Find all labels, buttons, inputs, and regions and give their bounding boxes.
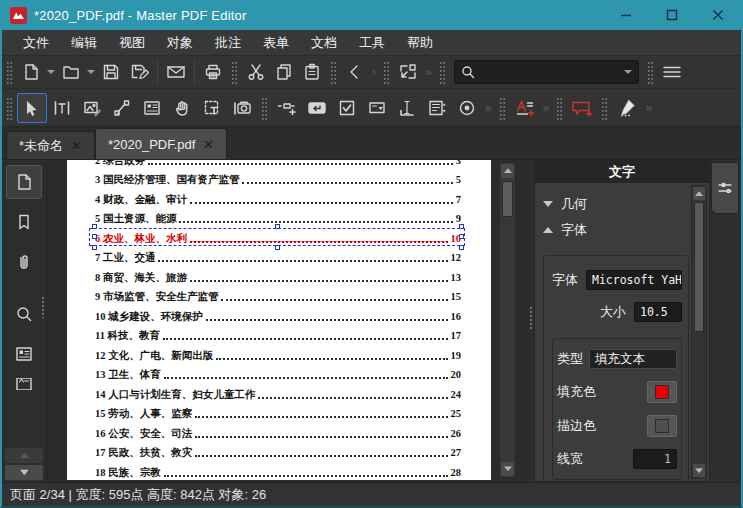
- panel-scrollbar-thumb[interactable]: [694, 202, 704, 332]
- selection-handle[interactable]: [459, 224, 464, 229]
- toolbar-grip[interactable]: [647, 60, 654, 84]
- toolbar-grip[interactable]: [383, 60, 390, 84]
- menu-tools[interactable]: 工具: [348, 30, 396, 55]
- toolbar-grip[interactable]: [439, 60, 446, 84]
- toc-row[interactable]: 11 科技、教育17: [95, 325, 461, 345]
- search-input[interactable]: [479, 65, 624, 79]
- email-button[interactable]: [162, 59, 190, 85]
- panel-scroll-up-arrow[interactable]: ▲: [693, 187, 705, 200]
- toc-row[interactable]: 3 国民经济管理、国有资产监管5: [95, 169, 461, 189]
- forward-button[interactable]: ›: [369, 65, 379, 79]
- menu-object[interactable]: 对象: [156, 30, 204, 55]
- section-font[interactable]: 字体: [543, 217, 689, 243]
- tab-close-icon[interactable]: ✕: [70, 138, 83, 153]
- attachments-button[interactable]: [6, 245, 42, 279]
- tab-close-icon[interactable]: ✕: [202, 137, 215, 152]
- add-callout-tool[interactable]: [567, 93, 597, 123]
- edit-path-tool[interactable]: [107, 93, 137, 123]
- new-document-dropdown[interactable]: [45, 59, 57, 85]
- toc-row[interactable]: 13 卫生、体育20: [95, 364, 461, 384]
- document-scrollbar[interactable]: ▲ ▼: [499, 162, 516, 478]
- toc-row[interactable]: 9 市场监管、安全生产监管15: [95, 286, 461, 306]
- document-view[interactable]: 2 综合政务3 3 国民经济管理、国有资产监管5 4 财政、金融、审计7 5 国…: [47, 160, 529, 482]
- fill-color-button[interactable]: [647, 381, 677, 403]
- panel-scroll-down-arrow[interactable]: ▼: [693, 464, 705, 477]
- radio-field-tool[interactable]: [452, 93, 482, 123]
- button-field-tool[interactable]: [302, 93, 332, 123]
- toc-row[interactable]: 8 商贸、海关、旅游13: [95, 266, 461, 286]
- text-field-tool[interactable]: [392, 93, 422, 123]
- scroll-down-arrow[interactable]: ▼: [501, 462, 514, 476]
- hand-tool[interactable]: [167, 93, 197, 123]
- tab-untitled[interactable]: *未命名 ✕: [6, 131, 95, 159]
- minimize-button[interactable]: [603, 0, 649, 30]
- menu-help[interactable]: 帮助: [396, 30, 444, 55]
- font-size-field[interactable]: 10.5: [634, 302, 682, 322]
- type-select[interactable]: 填充文本: [589, 349, 677, 369]
- snapshot-tool[interactable]: [227, 93, 257, 123]
- section-geometry[interactable]: 几何: [543, 191, 689, 217]
- save-button[interactable]: [97, 59, 125, 85]
- new-document-button[interactable]: [17, 59, 45, 85]
- menu-document[interactable]: 文档: [300, 30, 348, 55]
- edit-image-tool[interactable]: [77, 93, 107, 123]
- toolbar-grip[interactable]: [330, 60, 337, 84]
- back-button[interactable]: [341, 59, 369, 85]
- toc-row[interactable]: 14 人口与计划生育、妇女儿童工作24: [95, 383, 461, 403]
- toc-row[interactable]: 15 劳动、人事、监察25: [95, 403, 461, 423]
- toc-row[interactable]: 10 城乡建设、环境保护16: [95, 305, 461, 325]
- toc-row[interactable]: 2 综合政务3: [95, 160, 461, 169]
- listbox-field-tool[interactable]: [422, 93, 452, 123]
- toc-row[interactable]: 16 公安、安全、司法26: [95, 422, 461, 442]
- menu-forms[interactable]: 表单: [252, 30, 300, 55]
- select-text-tool[interactable]: [197, 93, 227, 123]
- selection-handle[interactable]: [275, 224, 280, 229]
- font-name-field[interactable]: Microsoft YaHei: [586, 270, 682, 290]
- sidebar-scroll-down[interactable]: ▼: [5, 465, 43, 480]
- toolbar-grip[interactable]: [231, 60, 238, 84]
- stroke-color-button[interactable]: [647, 415, 677, 437]
- main-menu-button[interactable]: [658, 59, 686, 85]
- toc-row-selected[interactable]: 6 农业、林业、水利10: [95, 227, 461, 247]
- menu-view[interactable]: 视图: [108, 30, 156, 55]
- form-fields-button[interactable]: [6, 337, 42, 371]
- sidebar-splitter-handle[interactable]: [41, 296, 45, 318]
- toolbar-grip[interactable]: [499, 96, 506, 120]
- search-panel-button[interactable]: [6, 297, 42, 331]
- properties-tab-button[interactable]: [711, 162, 739, 214]
- paste-button[interactable]: [298, 59, 326, 85]
- toolbar-grip[interactable]: [6, 60, 13, 84]
- toc-row[interactable]: 17 民政、扶贫、救灾27: [95, 442, 461, 462]
- close-button[interactable]: [695, 0, 741, 30]
- open-button[interactable]: [57, 59, 85, 85]
- toc-row[interactable]: 12 文化、广电、新闻出版19: [95, 344, 461, 364]
- highlight-tool[interactable]: [612, 93, 642, 123]
- save-as-button[interactable]: [125, 59, 153, 85]
- combobox-field-tool[interactable]: [362, 93, 392, 123]
- sidebar-scroll-up[interactable]: ▲: [5, 448, 43, 463]
- signatures-button[interactable]: [6, 377, 42, 391]
- print-button[interactable]: [199, 59, 227, 85]
- menu-edit[interactable]: 编辑: [60, 30, 108, 55]
- edit-forms-tool[interactable]: [137, 93, 167, 123]
- line-width-field[interactable]: 1: [633, 449, 677, 469]
- toc-row[interactable]: 4 财政、金融、审计7: [95, 188, 461, 208]
- page-thumbnails-button[interactable]: [6, 165, 42, 199]
- tab-2020-pdf[interactable]: *2020_PDF.pdf ✕: [95, 128, 227, 159]
- edit-link-tool[interactable]: [272, 93, 302, 123]
- scrollbar-thumb[interactable]: [502, 181, 513, 217]
- open-dropdown[interactable]: [85, 59, 97, 85]
- panel-splitter-handle[interactable]: [529, 306, 533, 330]
- search-dropdown[interactable]: [624, 70, 632, 74]
- bookmarks-button[interactable]: [6, 205, 42, 239]
- toc-row[interactable]: 7 工业、交通12: [95, 247, 461, 267]
- copy-button[interactable]: [270, 59, 298, 85]
- cut-button[interactable]: [242, 59, 270, 85]
- selection-handle[interactable]: [92, 224, 97, 229]
- selection-handle[interactable]: [459, 234, 464, 239]
- toc-row[interactable]: 18 民族、宗教28: [95, 461, 461, 480]
- toolbar-grip[interactable]: [261, 96, 268, 120]
- pdf-page[interactable]: 2 综合政务3 3 国民经济管理、国有资产监管5 4 财政、金融、审计7 5 国…: [67, 160, 491, 480]
- selection-handle[interactable]: [92, 234, 97, 239]
- fit-visible-button[interactable]: [394, 59, 422, 85]
